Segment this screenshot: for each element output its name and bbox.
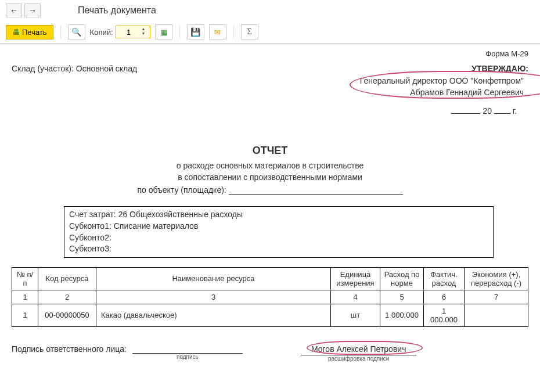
spinner-down[interactable]: ▼: [142, 32, 149, 37]
form-label: Форма М-29: [12, 49, 528, 58]
mail-button[interactable]: ✉: [209, 24, 226, 39]
print-button[interactable]: 🖶 Печать: [6, 25, 53, 39]
signature-name: Могов Алексей Петрович: [301, 344, 417, 355]
cell-fact: 1 000.000: [424, 304, 465, 326]
printer-icon: 🖶: [12, 28, 20, 37]
save-button[interactable]: 💾: [187, 24, 204, 39]
cell-name: Какао (давальческое): [96, 304, 331, 326]
signature-label: Подпись ответственного лица:: [12, 344, 127, 354]
account-box: Счет затрат: 26 Общехозяйственные расход…: [64, 206, 494, 257]
page-title: Печать документа: [78, 5, 156, 16]
account-line2-value: Списание материалов: [114, 221, 199, 231]
table-settings-icon: ▦: [160, 28, 167, 37]
date-blank-day: [451, 113, 480, 114]
preview-button[interactable]: 🔍: [68, 24, 85, 39]
th-name: Наименование ресурса: [96, 267, 331, 290]
separator: [233, 26, 234, 38]
cell-code: 00-00000050: [38, 304, 96, 326]
signature-name-hint: расшифровка подписи: [301, 355, 417, 362]
account-line1-label: Счет затрат:: [69, 210, 116, 219]
cell-econ: [465, 304, 528, 326]
colnum: 3: [96, 290, 331, 304]
warehouse-label: Склад (участок):: [12, 64, 74, 73]
cell-unit: шт: [331, 304, 380, 326]
print-button-label: Печать: [22, 28, 47, 37]
table-colnum-row: 1 2 3 4 5 6 7: [12, 290, 528, 304]
signature-hint: подпись: [132, 354, 243, 360]
th-code: Код ресурса: [38, 267, 96, 290]
magnifier-icon: 🔍: [71, 27, 81, 37]
settings-button[interactable]: ▦: [155, 24, 172, 39]
approval-date: 20 г.: [355, 106, 517, 116]
date-20: 20: [483, 106, 492, 116]
th-norm: Расход по норме: [380, 267, 424, 290]
account-line1-value: 26 Общехозяйственные расходы: [118, 210, 243, 219]
signature-name-wrap: Могов Алексей Петрович расшифровка подпи…: [301, 344, 417, 362]
approve-block: УТВЕРЖДАЮ: Генеральный директор ООО "Кон…: [355, 64, 528, 116]
account-line3-label: Субконто2:: [69, 233, 111, 242]
separator: [60, 26, 61, 38]
th-num: № п/п: [12, 267, 38, 290]
th-econ: Экономия (+), перерасход (-): [465, 267, 528, 290]
warehouse-value: Основной склад: [76, 64, 137, 73]
signature-line: [132, 344, 243, 354]
nav-bar: ← → Печать документа: [0, 0, 540, 21]
cell-num: 1: [12, 304, 38, 326]
copies-input-wrap: ▲ ▼: [116, 26, 150, 38]
account-line2: Субконто1: Списание материалов: [69, 221, 488, 232]
colnum: 6: [424, 290, 465, 304]
forward-button[interactable]: →: [24, 3, 41, 17]
account-line2-label: Субконто1:: [69, 221, 111, 231]
th-fact: Фактич. расход: [424, 267, 465, 290]
report-subtitle-2: в сопоставлении с производственными норм…: [12, 172, 528, 184]
back-button[interactable]: ←: [6, 3, 22, 17]
warehouse: Склад (участок): Основной склад: [12, 64, 137, 116]
account-line4-label: Субконто3:: [69, 244, 111, 253]
approve-title: УТВЕРЖДАЮ:: [355, 64, 528, 73]
cell-norm: 1 000.000: [380, 304, 424, 326]
table-header-row: № п/п Код ресурса Наименование ресурса Е…: [12, 267, 528, 290]
report-subtitle-1: о расходе основных материалов в строител…: [12, 160, 528, 172]
floppy-icon: 💾: [190, 27, 200, 37]
director-block: Генеральный директор ООО "Конфетпром" Аб…: [355, 73, 528, 100]
signature-row: Подпись ответственного лица: подпись Мог…: [12, 344, 528, 362]
toolbar: 🖶 Печать 🔍 Копий: ▲ ▼ ▦ 💾 ✉ Σ: [0, 21, 540, 43]
director-name: Абрамов Геннадий Сергеевич: [360, 87, 524, 99]
sigma-icon: Σ: [247, 27, 252, 37]
arrow-left-icon: ←: [10, 6, 18, 15]
date-blank-year: [494, 113, 510, 114]
colnum: 1: [12, 290, 38, 304]
account-line4: Субконто3:: [69, 243, 488, 255]
colnum: 5: [380, 290, 424, 304]
signature-field: подпись: [132, 344, 243, 360]
copies-group: Копий: ▲ ▼: [90, 26, 150, 38]
copies-spinner: ▲ ▼: [142, 27, 149, 37]
object-label: по объекту (площадке):: [137, 185, 226, 195]
colnum: 4: [331, 290, 380, 304]
colnum: 7: [465, 290, 528, 304]
object-blank: [229, 194, 403, 195]
th-unit: Единица измерения: [331, 267, 380, 290]
arrow-right-icon: →: [28, 6, 37, 15]
report-title: ОТЧЕТ: [12, 145, 528, 157]
sum-button[interactable]: Σ: [241, 24, 258, 39]
director-title: Генеральный директор ООО "Конфетпром": [360, 75, 524, 87]
envelope-icon: ✉: [214, 28, 221, 37]
object-line: по объекту (площадке):: [12, 185, 528, 195]
colnum: 2: [38, 290, 96, 304]
separator: [179, 26, 180, 38]
copies-label: Копий:: [90, 28, 113, 37]
table-row: 1 00-00000050 Какао (давальческое) шт 1 …: [12, 304, 528, 326]
resource-table: № п/п Код ресурса Наименование ресурса Е…: [12, 267, 528, 327]
header-row: Склад (участок): Основной склад УТВЕРЖДА…: [12, 64, 528, 116]
account-line1: Счет затрат: 26 Общехозяйственные расход…: [69, 209, 488, 221]
account-line3: Субконто2:: [69, 232, 488, 244]
document-area: Форма М-29 Склад (участок): Основной скл…: [0, 43, 540, 368]
date-g: г.: [513, 106, 517, 116]
copies-input[interactable]: [117, 28, 141, 37]
